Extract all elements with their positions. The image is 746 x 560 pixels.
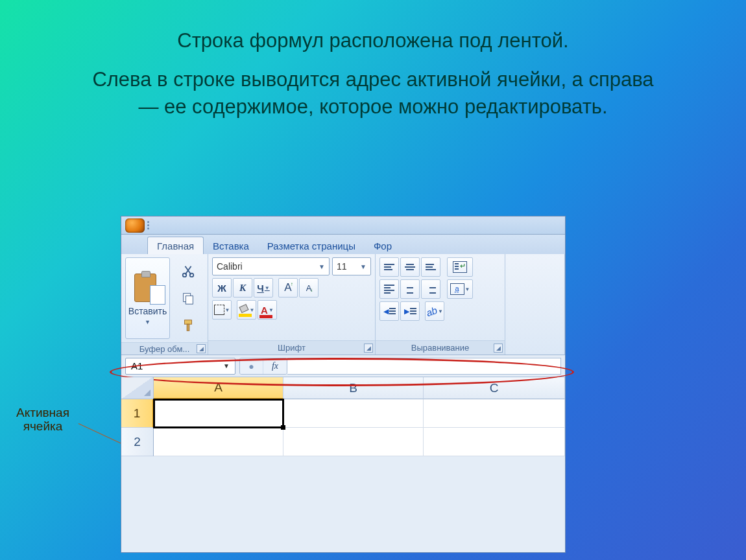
group-alignment-label: Выравнивание◢ xyxy=(376,340,505,355)
cell-a1[interactable] xyxy=(154,399,283,428)
merge-center-button[interactable]: ▼ xyxy=(447,279,473,299)
group-font-label: Шрифт◢ xyxy=(208,340,375,355)
tab-home[interactable]: Главная xyxy=(147,237,204,254)
align-right-button[interactable] xyxy=(421,279,440,299)
svg-rect-5 xyxy=(187,324,189,331)
decrease-indent-button[interactable]: ◀ xyxy=(379,301,399,321)
format-painter-button[interactable] xyxy=(173,313,204,338)
brush-icon xyxy=(181,318,195,332)
column-header-a[interactable]: A xyxy=(154,377,283,399)
border-icon xyxy=(214,305,224,315)
paste-icon xyxy=(134,271,162,303)
cell-a2[interactable] xyxy=(154,428,283,456)
row-header-2[interactable]: 2 xyxy=(121,428,154,456)
slide-body: Слева в строке выводится адрес активной … xyxy=(91,66,655,121)
grow-font-button[interactable]: A xyxy=(278,278,298,298)
formula-bar: A1▼ ● fx xyxy=(121,355,565,377)
tab-insert[interactable]: Вставка xyxy=(204,237,258,254)
orientation-button[interactable]: ab▼ xyxy=(425,301,444,321)
cancel-formula-button[interactable]: ● xyxy=(240,358,263,374)
copy-button[interactable] xyxy=(173,286,204,310)
excel-screenshot: Главная Вставка Разметка страницы Фор Вс… xyxy=(121,216,566,553)
underline-button[interactable]: Ч▼ xyxy=(254,278,273,298)
quick-access-toolbar xyxy=(121,216,565,235)
group-font: Calibri▼ 11▼ Ж К Ч▼ A A ▼ ▼ xyxy=(208,254,376,355)
group-alignment: ▼ ◀ ▶ ab▼ Выравнивание◢ xyxy=(376,254,505,355)
svg-point-0 xyxy=(183,274,187,277)
svg-rect-4 xyxy=(185,320,192,324)
select-all-corner[interactable] xyxy=(121,377,154,399)
cell-c2[interactable] xyxy=(424,428,565,456)
bucket-icon xyxy=(239,305,249,314)
align-middle-button[interactable] xyxy=(400,257,420,277)
align-left-button[interactable] xyxy=(379,279,399,299)
wrap-text-icon xyxy=(453,261,467,273)
dialog-launcher-icon[interactable]: ◢ xyxy=(364,344,373,353)
paste-button[interactable]: Вставить ▼ xyxy=(125,257,170,339)
tab-formulas[interactable]: Фор xyxy=(365,237,401,254)
wrap-text-button[interactable] xyxy=(447,257,473,277)
svg-point-1 xyxy=(190,274,194,277)
office-button[interactable] xyxy=(125,218,145,233)
align-center-icon xyxy=(405,285,415,294)
align-top-button[interactable] xyxy=(379,257,399,277)
spreadsheet-grid: A B C 1 2 xyxy=(121,377,565,456)
bold-button[interactable]: Ж xyxy=(212,278,232,298)
slide-title: Строка формул расположена под лентой. xyxy=(0,27,746,54)
tab-page-layout[interactable]: Разметка страницы xyxy=(258,237,365,254)
column-header-c[interactable]: C xyxy=(424,377,565,399)
dialog-launcher-icon[interactable]: ◢ xyxy=(197,344,206,353)
annotation-active-cell: Активнаяячейка xyxy=(16,406,69,434)
align-bottom-button[interactable] xyxy=(421,257,440,277)
group-truncated xyxy=(505,254,565,355)
align-bottom-icon xyxy=(426,264,436,270)
italic-button[interactable]: К xyxy=(233,278,252,298)
font-name-combo[interactable]: Calibri▼ xyxy=(212,257,330,275)
font-color-icon: А xyxy=(261,305,268,316)
cut-button[interactable] xyxy=(173,259,204,283)
column-header-b[interactable]: B xyxy=(283,377,424,399)
qat-grip xyxy=(147,220,151,231)
scissors-icon xyxy=(181,264,195,278)
formula-input[interactable] xyxy=(287,358,561,375)
ribbon-tabs: Главная Вставка Разметка страницы Фор xyxy=(121,235,565,254)
ribbon: Вставить ▼ Буфер обм...◢ xyxy=(121,254,565,355)
align-middle-icon xyxy=(405,264,415,270)
name-box[interactable]: A1▼ xyxy=(125,358,235,375)
borders-button[interactable]: ▼ xyxy=(212,300,232,320)
indent-right-icon: ▶ xyxy=(404,307,416,316)
fill-color-button[interactable]: ▼ xyxy=(237,300,256,320)
group-clipboard: Вставить ▼ Буфер обм...◢ xyxy=(121,254,208,355)
align-right-icon xyxy=(426,285,436,294)
copy-icon xyxy=(181,291,195,305)
shrink-font-button[interactable]: A xyxy=(299,278,319,298)
insert-function-button[interactable]: fx xyxy=(263,358,287,374)
cell-c1[interactable] xyxy=(424,399,565,428)
cell-b2[interactable] xyxy=(283,428,424,456)
font-size-combo[interactable]: 11▼ xyxy=(332,257,371,275)
merge-icon xyxy=(450,283,464,295)
cell-b1[interactable] xyxy=(283,399,424,428)
dialog-launcher-icon[interactable]: ◢ xyxy=(494,344,503,353)
indent-left-icon: ◀ xyxy=(383,307,396,316)
align-top-icon xyxy=(384,264,394,270)
align-center-button[interactable] xyxy=(400,279,420,299)
svg-rect-3 xyxy=(186,296,193,304)
font-color-button[interactable]: А▼ xyxy=(258,300,277,320)
increase-indent-button[interactable]: ▶ xyxy=(400,301,420,321)
align-left-icon xyxy=(384,285,394,294)
group-clipboard-label: Буфер обм...◢ xyxy=(121,342,208,355)
paste-label: Вставить xyxy=(128,306,167,316)
orientation-icon: ab xyxy=(425,304,439,318)
row-header-1[interactable]: 1 xyxy=(121,399,154,428)
